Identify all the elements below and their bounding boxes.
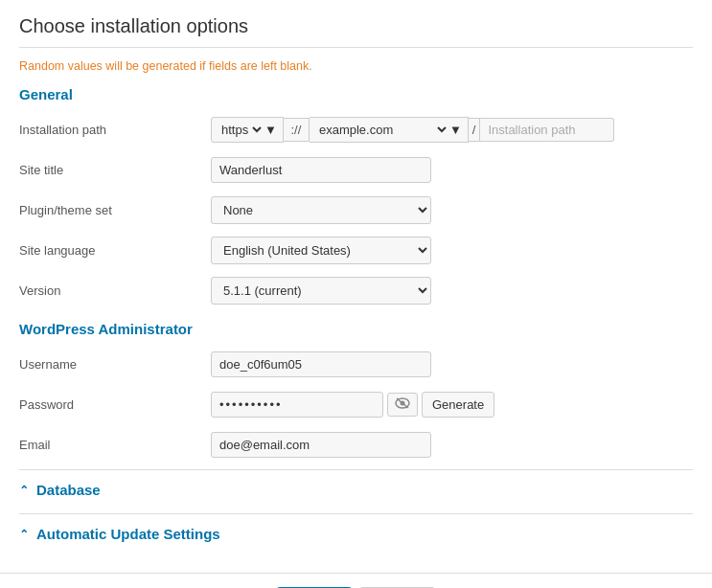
username-label: Username — [19, 357, 211, 372]
database-header[interactable]: ⌃ Database — [19, 470, 693, 509]
install-path-wrap: https http ▼ :// example.com ▼ / — [211, 117, 614, 143]
auto-update-section: ⌃ Automatic Update Settings — [19, 513, 693, 554]
database-chevron-icon: ⌃ — [19, 484, 29, 497]
password-label: Password — [19, 397, 211, 412]
site-title-row: Site title — [19, 154, 693, 185]
password-row: Password Generate — [19, 389, 693, 419]
plugin-theme-row: Plugin/theme set None — [19, 194, 693, 225]
site-language-row: Site language English (United States) — [19, 235, 693, 265]
slash-separator: / — [469, 118, 481, 142]
password-field: Generate — [211, 392, 693, 418]
general-section-title: General — [19, 86, 693, 102]
database-section-title: Database — [36, 482, 101, 498]
email-row: Email — [19, 429, 693, 460]
installation-path-field: https http ▼ :// example.com ▼ / — [211, 117, 693, 143]
domain-caret: ▼ — [449, 123, 462, 137]
email-field — [211, 432, 693, 458]
password-input[interactable] — [211, 392, 383, 418]
plugin-theme-select[interactable]: None — [211, 196, 431, 224]
auto-update-header[interactable]: ⌃ Automatic Update Settings — [19, 514, 693, 554]
plugin-theme-field: None — [211, 196, 693, 224]
main-container: Choose installation options Random value… — [0, 0, 712, 573]
path-input[interactable] — [480, 118, 614, 142]
eye-icon — [395, 397, 410, 412]
installation-path-row: Installation path https http ▼ :// examp… — [19, 114, 693, 145]
domain-dropdown[interactable]: example.com — [315, 122, 449, 138]
protocol-caret: ▼ — [264, 123, 277, 137]
email-input[interactable] — [211, 432, 431, 458]
generate-password-button[interactable]: Generate — [422, 392, 494, 418]
site-language-label: Site language — [19, 243, 211, 258]
site-title-label: Site title — [19, 163, 211, 177]
version-field: 5.1.1 (current) — [211, 277, 693, 305]
installation-path-label: Installation path — [19, 123, 211, 137]
version-label: Version — [19, 283, 211, 298]
domain-select-wrap[interactable]: example.com ▼ — [310, 117, 469, 143]
toggle-password-button[interactable] — [387, 393, 418, 417]
site-title-input[interactable] — [211, 157, 431, 183]
page-title: Choose installation options — [19, 15, 693, 48]
site-language-field: English (United States) — [211, 237, 693, 264]
auto-update-chevron-icon: ⌃ — [19, 528, 29, 541]
footer: Install Cancel — [0, 573, 712, 588]
scheme-separator: :// — [284, 118, 310, 142]
auto-update-section-title: Automatic Update Settings — [36, 526, 220, 542]
info-text: Random values will be generated if field… — [19, 59, 693, 73]
site-language-select[interactable]: English (United States) — [211, 237, 431, 264]
protocol-dropdown[interactable]: https http — [218, 122, 264, 138]
email-label: Email — [19, 438, 211, 452]
wp-admin-section-title: WordPress Administrator — [19, 321, 693, 337]
database-section: ⌃ Database — [19, 469, 693, 509]
version-select[interactable]: 5.1.1 (current) — [211, 277, 431, 305]
username-row: Username — [19, 349, 693, 379]
username-field — [211, 351, 693, 377]
protocol-select-wrap[interactable]: https http ▼ — [211, 117, 284, 143]
username-input[interactable] — [211, 351, 431, 377]
password-wrap: Generate — [211, 392, 494, 418]
version-row: Version 5.1.1 (current) — [19, 275, 693, 305]
site-title-field — [211, 157, 693, 183]
plugin-theme-label: Plugin/theme set — [19, 203, 211, 217]
